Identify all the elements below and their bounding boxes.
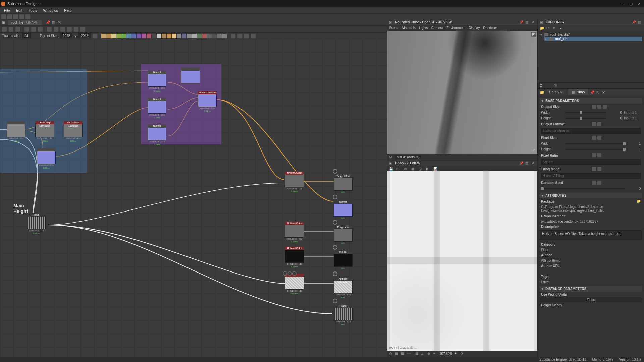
panel-grip-icon[interactable]: ▣	[540, 20, 544, 24]
reset-icon[interactable]	[597, 153, 601, 157]
reset-icon[interactable]	[597, 136, 601, 140]
node-purple-3[interactable]: Normal 2048x2048 - C160.28ms	[148, 124, 166, 146]
new-icon[interactable]	[1, 14, 6, 19]
select-output-format[interactable]: 8 bits per channel	[541, 128, 641, 134]
axis-icon[interactable]: ⤢	[531, 148, 536, 153]
reset-icon[interactable]	[603, 105, 607, 109]
window-minimize-button[interactable]: —	[619, 1, 627, 6]
folder-icon[interactable]: 📁	[637, 199, 641, 203]
tab-hbao[interactable]: ▦ Hbao	[568, 89, 588, 95]
swatch[interactable]	[187, 34, 192, 38]
slider-random-seed[interactable]	[541, 188, 625, 189]
reset-icon[interactable]	[597, 122, 601, 126]
link-icon[interactable]	[592, 136, 596, 140]
chevron-right-icon[interactable]: ▸	[544, 37, 547, 41]
split-icon[interactable]: ▥	[638, 20, 642, 24]
close-icon[interactable]: ✕	[58, 20, 62, 24]
copy-icon[interactable]: ⎘	[396, 167, 400, 171]
pin-icon[interactable]: 📌	[519, 20, 523, 24]
histogram-icon[interactable]: ▮	[426, 167, 430, 171]
menu-windows[interactable]: Windows	[40, 8, 61, 13]
pin-icon[interactable]: 📌	[46, 20, 50, 24]
swatch[interactable]	[207, 34, 212, 38]
lock-icon[interactable]	[597, 105, 601, 109]
view3d-menu-lights[interactable]: Lights	[419, 26, 428, 30]
node-out-metallic[interactable]: Metallic Any	[334, 251, 353, 269]
colorspace-icon[interactable]: ◎	[389, 155, 393, 159]
swatch[interactable]	[217, 34, 222, 38]
swatch[interactable]	[202, 34, 207, 38]
swatch[interactable]	[147, 34, 151, 38]
fit-icon[interactable]	[9, 27, 13, 32]
node-purple-1[interactable]: Normal 2048x2048 - C160.36ms	[148, 71, 166, 92]
close-icon[interactable]: ✕	[560, 90, 563, 94]
zoom-out-icon[interactable]: −	[433, 352, 437, 356]
parent-width-select[interactable]: 2048	[60, 33, 72, 38]
folder-icon[interactable]: 📁	[540, 26, 544, 30]
link-icon[interactable]	[592, 122, 596, 126]
filter-icon[interactable]: ≣	[540, 84, 544, 88]
swatch[interactable]	[162, 34, 166, 38]
node-uniform-1[interactable]: Uniform Color 2048x2048 - C160.19ms	[285, 171, 304, 193]
save-icon[interactable]	[13, 14, 18, 19]
folder-icon[interactable]: 📁	[540, 90, 544, 94]
swatch[interactable]	[106, 34, 111, 38]
output-pin-metallic[interactable]	[333, 245, 337, 250]
output-pin-ao[interactable]	[333, 272, 337, 276]
info-icon[interactable]: ⓘ	[554, 84, 558, 88]
slider-pixel-height[interactable]	[565, 149, 625, 150]
node-out-ao[interactable]: Ambient Occlusion 2048x2048 - L16Any	[334, 277, 353, 299]
tree-row-graph[interactable]: ▸ roof_tile	[544, 37, 642, 41]
output-pin-roughness[interactable]	[333, 220, 337, 225]
swatch[interactable]	[192, 34, 197, 38]
swatch[interactable]	[137, 34, 141, 38]
slider-pixel-width[interactable]	[565, 143, 625, 144]
pin-icon[interactable]: 📌	[632, 20, 636, 24]
magnet-icon[interactable]	[60, 27, 65, 32]
node-vmg-1[interactable]: Vector Map Grayscale 2048x2048 - L160.05…	[35, 121, 54, 142]
swatch[interactable]	[126, 34, 131, 38]
node-out-tangent[interactable]: Tangent Blur Any	[334, 175, 353, 193]
pin-icon[interactable]	[283, 272, 287, 276]
output-pin-height[interactable]	[333, 299, 337, 303]
slider-output-width[interactable]	[565, 112, 606, 113]
view-b-icon[interactable]	[237, 34, 242, 38]
window-close-button[interactable]: ✕	[635, 1, 643, 6]
reset-icon[interactable]	[597, 181, 601, 185]
center-icon[interactable]: ⊕	[427, 352, 431, 356]
swatch[interactable]	[101, 34, 106, 38]
bg-icon[interactable]: ▩	[401, 352, 405, 356]
link-icon[interactable]	[592, 181, 596, 185]
node-hbao[interactable]: 2048x2048 - L1643.69ms	[285, 274, 304, 295]
popout-icon[interactable]: ⇱	[596, 90, 600, 94]
pin-icon[interactable]	[292, 272, 297, 276]
section-base-parameters[interactable]: ▾BASE PARAMETERS	[540, 98, 642, 104]
refresh-icon[interactable]	[25, 14, 30, 19]
graph-tab[interactable]: roof_tile - GRAPH	[8, 20, 42, 25]
panel-grip-icon[interactable]: ▣	[389, 20, 393, 24]
note-icon[interactable]	[54, 27, 58, 32]
node-vmg-2[interactable]: Vector Map Grayscale 2048x2048 - L160.05…	[64, 121, 83, 142]
node-normal-small[interactable]: 2048x2048 - C160.05ms	[37, 148, 56, 169]
thumbnail-select[interactable]: All	[22, 33, 31, 38]
view3d-menu-environment[interactable]: Environment	[446, 26, 465, 30]
reset-zoom-icon[interactable]: ⟳	[461, 352, 465, 356]
graph-canvas[interactable]: Main Height Input 2048x2048 - L160.28ms …	[0, 39, 387, 357]
reset-size-icon[interactable]	[93, 34, 97, 38]
swatch[interactable]	[142, 34, 146, 38]
link-icon[interactable]	[592, 167, 596, 171]
info-icon[interactable]: ⓘ	[419, 167, 423, 171]
reset-icon[interactable]	[597, 167, 601, 171]
node-out-roughness[interactable]: Roughness Any	[334, 226, 353, 244]
fit-icon[interactable]: ▭	[404, 167, 408, 171]
swatch[interactable]	[167, 34, 171, 38]
align-icon[interactable]	[24, 27, 29, 32]
zoom-in-icon[interactable]: +	[454, 352, 459, 356]
view3d-menu-renderer[interactable]: Renderer	[483, 26, 497, 30]
pin-icon[interactable]	[288, 272, 292, 276]
swatch[interactable]	[157, 34, 161, 38]
view-a-icon[interactable]	[231, 34, 235, 38]
node-normal-combine[interactable]: Normal Combine 2048x2048 - C160.61ms	[198, 91, 217, 112]
node-noise[interactable]: 2048x2048 - L160.33ms	[7, 121, 25, 142]
node-purple-2[interactable]: Normal 2048x2048 - C160.19ms	[148, 98, 166, 119]
